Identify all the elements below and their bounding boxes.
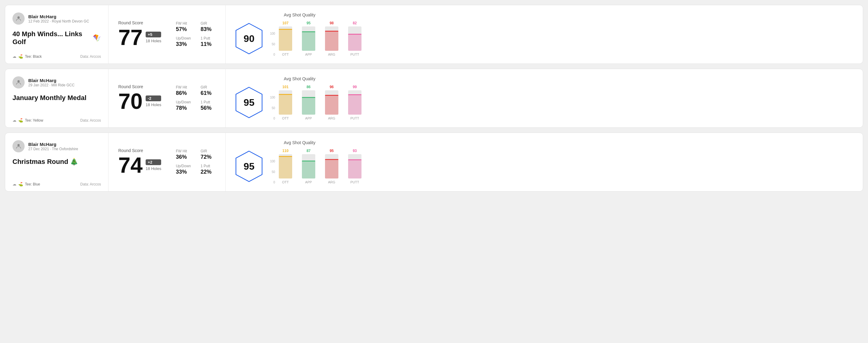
round-title: 40 Mph Winds... Links Golf 🪁 <box>12 30 101 46</box>
oneputt-value: 22% <box>201 169 216 175</box>
round-card: Blair McHarg 29 Jan 2022 · Mill Ride GCC… <box>5 69 863 128</box>
card-footer: ☁ ⛳ Tee: Blue Data: Arccos <box>12 182 101 186</box>
score-holes: 18 Holes <box>146 166 161 171</box>
score-badge: +2 <box>146 159 161 165</box>
bar-fill <box>348 160 362 179</box>
chart-bar-label: APP <box>305 53 312 56</box>
avatar <box>12 12 25 25</box>
gir-value: 61% <box>201 90 216 96</box>
gir-label: GIR <box>201 85 216 89</box>
stat-oneputt: 1 Putt 22% <box>201 164 216 175</box>
fw-hit-label: FW Hit <box>176 21 191 26</box>
chart-bar-label: PUTT <box>350 53 359 56</box>
card-footer: ☁ ⛳ Tee: Black Data: Arccos <box>12 54 101 59</box>
hexagon-container: Avg Shot Quality 95 100 50 0 110 OTT <box>235 140 364 184</box>
gir-value: 83% <box>201 26 216 33</box>
score-label: Round Score <box>118 20 161 25</box>
chart-column: 86 APP <box>300 85 318 120</box>
card-left: Blair McHarg 12 Feb 2022 · Royal North D… <box>5 5 108 64</box>
user-name: Blair McHarg <box>28 142 78 147</box>
user-name: Blair McHarg <box>28 78 74 83</box>
shot-quality-section: Avg Shot Quality 95 100 50 0 110 OTT <box>235 140 364 184</box>
shot-quality-label: Avg Shot Quality <box>284 140 315 145</box>
card-left: Blair McHarg 27 Dec 2021 · The Oxfordshi… <box>5 133 108 191</box>
chart-bar-value: 87 <box>306 149 310 153</box>
score-label: Round Score <box>118 84 161 89</box>
score-section: Round Score 70 -2 18 Holes <box>118 84 161 112</box>
hexagon-score: 90 <box>244 33 254 44</box>
chart-bar-label: OTT <box>282 53 289 56</box>
fw-hit-label: FW Hit <box>176 149 191 153</box>
chart-bar-value: 96 <box>330 85 334 89</box>
shot-quality-label: Avg Shot Quality <box>284 76 315 81</box>
gir-label: GIR <box>201 21 216 26</box>
round-title-emoji: 🎄 <box>70 158 78 166</box>
fw-hit-label: FW Hit <box>176 85 191 89</box>
chart-bar-value: 107 <box>282 21 288 25</box>
chart-bar-label: OTT <box>282 180 289 184</box>
bar-container <box>325 90 338 115</box>
round-card: Blair McHarg 12 Feb 2022 · Royal North D… <box>5 5 863 64</box>
score-badge-col: +5 18 Holes <box>146 32 161 43</box>
chart-bar-label: APP <box>305 117 312 120</box>
stat-fw-hit: FW Hit 36% <box>176 149 191 160</box>
fw-hit-value: 86% <box>176 90 191 96</box>
score-badge-col: +2 18 Holes <box>146 159 161 171</box>
hexagon-score: 95 <box>244 161 254 172</box>
score-main: 74 +2 18 Holes <box>118 154 161 176</box>
weather-icon: ☁ <box>12 54 17 59</box>
oneputt-label: 1 Putt <box>201 100 216 104</box>
oneputt-value: 11% <box>201 41 216 48</box>
bar-fill <box>279 156 292 179</box>
shot-quality-section: Avg Shot Quality 95 100 50 0 101 OTT <box>235 76 364 120</box>
card-right: Avg Shot Quality 95 100 50 0 101 OTT <box>225 69 863 127</box>
bar-line <box>302 97 315 98</box>
stat-oneputt: 1 Putt 11% <box>201 36 216 48</box>
score-holes: 18 Holes <box>146 39 161 43</box>
weather-icon: ☁ <box>12 182 17 186</box>
score-main: 77 +5 18 Holes <box>118 27 161 48</box>
score-main: 70 -2 18 Holes <box>118 90 161 112</box>
bar-line <box>348 34 362 35</box>
user-icon <box>15 15 22 22</box>
golf-icon: ⛳ <box>18 182 23 186</box>
avatar <box>12 76 25 89</box>
score-badge-col: -2 18 Holes <box>146 95 161 107</box>
bar-line <box>279 94 292 95</box>
chart-bar-label: ARG <box>328 117 335 120</box>
bar-fill <box>348 34 362 51</box>
updown-label: Up/Down <box>176 36 191 40</box>
chart-bar-value: 99 <box>353 85 356 89</box>
bar-line <box>325 31 338 32</box>
round-card: Blair McHarg 27 Dec 2021 · The Oxfordshi… <box>5 132 863 192</box>
tee-label: Tee: Black <box>25 55 42 59</box>
bar-fill <box>348 95 362 115</box>
fw-hit-value: 57% <box>176 26 191 33</box>
bar-fill <box>325 95 338 115</box>
gir-value: 72% <box>201 154 216 160</box>
bar-container <box>325 27 338 51</box>
score-section: Round Score 77 +5 18 Holes <box>118 20 161 48</box>
stat-updown: Up/Down 78% <box>176 100 191 111</box>
score-badge: +5 <box>146 32 161 37</box>
stat-updown: Up/Down 33% <box>176 36 191 48</box>
updown-value: 78% <box>176 105 191 111</box>
oneputt-label: 1 Putt <box>201 36 216 40</box>
bar-line <box>302 161 315 161</box>
hexagon-container: Avg Shot Quality 90 100 50 0 107 OTT <box>235 12 364 56</box>
bar-line <box>325 95 338 96</box>
bar-container <box>325 154 338 179</box>
oneputt-value: 56% <box>201 105 216 111</box>
chart-bar-label: ARG <box>328 180 335 184</box>
weather-icon: ☁ <box>12 118 17 123</box>
score-number: 77 <box>118 27 143 48</box>
bar-container <box>302 27 315 51</box>
chart-bar-value: 95 <box>306 21 310 25</box>
round-title: Christmas Round 🎄 <box>12 158 101 166</box>
svg-point-2 <box>17 80 20 83</box>
user-date: 29 Jan 2022 · Mill Ride GCC <box>28 83 74 87</box>
bar-fill <box>325 159 338 179</box>
hexagon-score: 95 <box>244 97 254 108</box>
chart-column: 99 PUTT <box>346 85 364 120</box>
bar-container <box>302 90 315 115</box>
